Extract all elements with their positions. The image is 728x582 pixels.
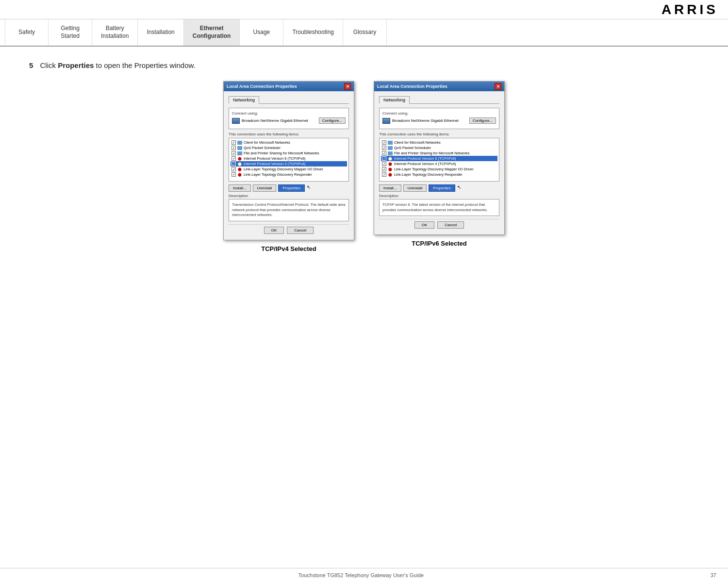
arrow-icon: ⬤	[388, 173, 393, 177]
cancel-button[interactable]: Cancel	[437, 221, 464, 229]
item-label: Link-Layer Topology Discovery Responder	[394, 172, 463, 177]
nav-safety[interactable]: Safety	[5, 19, 49, 46]
arrow-icon: ⬤	[388, 157, 393, 161]
list-item[interactable]: ✓ ⬤ Link-Layer Topology Discovery Mapper…	[231, 166, 347, 172]
connection-items-list: ✓ Client for Microsoft Networks ✓ QoS Pa…	[379, 138, 499, 182]
adapter-name: Broadcom NetXtreme Gigabit Ethernet	[392, 118, 459, 123]
connect-using-label: Connect using:	[382, 111, 496, 116]
list-item-selected[interactable]: ✓ ⬤ Internet Protocol Version 4 (TCP/IPv…	[231, 161, 347, 166]
checkbox[interactable]: ✓	[382, 162, 386, 166]
checkbox[interactable]: ✓	[232, 162, 236, 166]
list-item[interactable]: ✓ ⬤ Link-Layer Topology Discovery Respon…	[231, 172, 347, 177]
list-item-selected[interactable]: ✓ ⬤ Internet Protocol Version 6 (TCP/IPv…	[381, 156, 497, 161]
main-content: 5 Click Properties to open the Propertie…	[0, 47, 728, 267]
tabs: Networking	[379, 96, 499, 104]
checkbox[interactable]: ✓	[232, 151, 236, 155]
page-header: ARRIS	[0, 0, 728, 19]
dialog-footer: OK Cancel	[379, 219, 499, 230]
step-instruction: 5 Click Properties to open the Propertie…	[29, 61, 699, 69]
item-label: Link-Layer Topology Discovery Mapper I/O…	[394, 167, 474, 171]
properties-button[interactable]: Properties	[429, 184, 455, 192]
configure-button[interactable]: Configure...	[469, 117, 496, 124]
install-button[interactable]: Install...	[229, 184, 251, 192]
cursor-arrow-icon: ↖	[457, 184, 463, 191]
arrow-icon: ⬤	[237, 162, 242, 166]
nav-troubleshooting[interactable]: Troubleshooting	[283, 19, 343, 46]
ok-button[interactable]: OK	[414, 221, 435, 229]
page-footer: Touchstone TG852 Telephony Gateway User'…	[0, 568, 728, 582]
nav-usage[interactable]: Usage	[240, 19, 283, 46]
description-section: TCP/IP version 6. The latest version of …	[379, 199, 499, 216]
description-text: Transmission Control Protocol/Internet P…	[232, 202, 346, 218]
connect-using-label: Connect using:	[232, 111, 346, 116]
item-label: File and Printer Sharing for Microsoft N…	[244, 151, 319, 155]
nav-glossary[interactable]: Glossary	[343, 19, 387, 46]
uninstall-button[interactable]: Uninstall	[403, 184, 427, 192]
checkbox[interactable]: ✓	[232, 156, 236, 161]
item-label: Client for Microsoft Networks	[394, 140, 441, 145]
list-item[interactable]: ✓ ⬤ Internet Protocol Version 6 (TCP/IPv…	[231, 156, 347, 161]
ipv6-dialog-wrapper: Local Area Connection Properties ✕ Netwo…	[374, 81, 505, 252]
adapter-name: Broadcom NetXtreme Gigabit Ethernet	[242, 118, 308, 123]
dialog-footer: OK Cancel	[229, 224, 349, 235]
list-item[interactable]: ✓ ⬤ Internet Protocol Version 4 (TCP/IPv…	[381, 161, 497, 166]
ipv4-dialog-wrapper: Local Area Connection Properties ✕ Netwo…	[223, 81, 354, 252]
network-icon	[237, 151, 242, 155]
step-text-prefix: Click	[40, 61, 58, 69]
item-label: Internet Protocol Version 4 (TCP/IPv4)	[244, 162, 306, 166]
connection-items-label: This connection uses the following items…	[379, 132, 499, 136]
arrow-icon: ⬤	[237, 173, 242, 177]
page-number: 37	[711, 572, 716, 578]
checkbox[interactable]: ✓	[382, 156, 386, 161]
checkbox[interactable]: ✓	[382, 167, 386, 171]
item-label: Link-Layer Topology Discovery Responder	[244, 172, 312, 177]
networking-tab[interactable]: Networking	[229, 96, 259, 104]
close-button[interactable]: ✕	[495, 83, 501, 90]
checkbox[interactable]: ✓	[382, 172, 386, 177]
adapter-row: Broadcom NetXtreme Gigabit Ethernet Conf…	[232, 117, 346, 124]
item-label: Client for Microsoft Networks	[244, 140, 290, 145]
list-item[interactable]: ✓ File and Printer Sharing for Microsoft…	[381, 150, 497, 156]
checkbox[interactable]: ✓	[382, 140, 386, 145]
uninstall-button[interactable]: Uninstall	[253, 184, 277, 192]
checkbox[interactable]: ✓	[232, 172, 236, 177]
ipv6-titlebar: Local Area Connection Properties ✕	[374, 82, 504, 91]
properties-button[interactable]: Properties	[278, 184, 304, 192]
nav-ethernet-configuration[interactable]: EthernetConfiguration	[184, 19, 240, 46]
install-button[interactable]: Install...	[379, 184, 401, 192]
networking-tab[interactable]: Networking	[379, 96, 410, 104]
item-label: Internet Protocol Version 4 (TCP/IPv4)	[394, 162, 456, 166]
item-label: File and Printer Sharing for Microsoft N…	[394, 151, 469, 155]
ok-button[interactable]: OK	[264, 227, 284, 234]
titlebar-buttons: ✕	[344, 83, 351, 90]
adapter-icon	[382, 118, 390, 124]
checkbox[interactable]: ✓	[382, 151, 386, 155]
arris-logo: ARRIS	[662, 2, 718, 17]
checkbox[interactable]: ✓	[382, 146, 386, 150]
list-item[interactable]: ✓ QoS Packet Scheduler	[381, 145, 497, 150]
adapter-row: Broadcom NetXtreme Gigabit Ethernet Conf…	[382, 117, 496, 124]
ipv6-title: Local Area Connection Properties	[377, 84, 447, 89]
list-item[interactable]: ✓ ⬤ Link-Layer Topology Discovery Respon…	[381, 172, 497, 177]
list-item[interactable]: ✓ Client for Microsoft Networks	[381, 140, 497, 145]
list-item[interactable]: ✓ Client for Microsoft Networks	[231, 140, 347, 145]
ipv4-caption: TCP/IPv4 Selected	[261, 245, 316, 252]
list-item[interactable]: ✓ QoS Packet Scheduler	[231, 145, 347, 150]
ipv4-dialog: Local Area Connection Properties ✕ Netwo…	[223, 81, 354, 240]
checkbox[interactable]: ✓	[232, 146, 236, 150]
connect-using-section: Connect using: Broadcom NetXtreme Gigabi…	[379, 108, 499, 129]
checkbox[interactable]: ✓	[232, 167, 236, 171]
step-number: 5	[29, 61, 33, 69]
nav-battery-installation[interactable]: BatteryInstallation	[92, 19, 138, 46]
list-item[interactable]: ✓ File and Printer Sharing for Microsoft…	[231, 150, 347, 156]
close-button[interactable]: ✕	[344, 83, 351, 90]
ipv4-titlebar: Local Area Connection Properties ✕	[224, 82, 354, 91]
cancel-button[interactable]: Cancel	[287, 227, 314, 234]
nav-getting-started[interactable]: GettingStarted	[49, 19, 92, 46]
item-label: QoS Packet Scheduler	[394, 146, 431, 150]
list-item[interactable]: ✓ ⬤ Link-Layer Topology Discovery Mapper…	[381, 166, 497, 172]
nav-installation[interactable]: Installation	[138, 19, 183, 46]
checkbox[interactable]: ✓	[232, 140, 236, 145]
configure-button[interactable]: Configure...	[319, 117, 346, 124]
titlebar-buttons: ✕	[495, 83, 501, 90]
